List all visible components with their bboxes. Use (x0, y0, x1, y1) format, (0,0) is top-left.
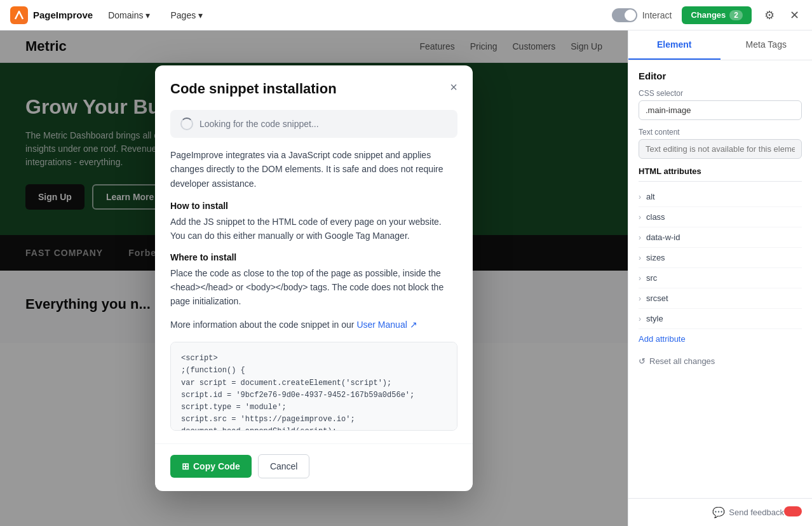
copy-code-button[interactable]: ⊞ Copy Code (170, 455, 252, 478)
domains-label: Domains (108, 10, 143, 20)
where-to-install-text: Place the code as close to the top of th… (170, 266, 457, 309)
attr-alt[interactable]: › alt (639, 187, 802, 207)
attr-srcset-chevron-icon: › (639, 294, 641, 303)
interact-toggle-switch[interactable] (612, 8, 637, 22)
html-attributes-title: HTML attributes (639, 166, 802, 182)
attr-sizes-chevron-icon: › (639, 253, 641, 262)
feedback-icon: 💬 (712, 506, 725, 518)
cancel-button[interactable]: Cancel (258, 454, 310, 478)
css-selector-label: CSS selector (639, 89, 802, 98)
code-line-3: var script = document.createElement('scr… (181, 377, 447, 389)
panel-tabs: Element Meta Tags (628, 30, 812, 60)
reset-all-changes-button[interactable]: ↺ Reset all changes (639, 356, 715, 366)
app-name: PageImprove (33, 10, 93, 20)
copy-code-label: Copy Code (193, 461, 240, 471)
svg-rect-0 (10, 6, 28, 24)
user-manual-prefix: More information about the code snippet … (170, 320, 355, 330)
attr-style-chevron-icon: › (639, 314, 641, 323)
interact-label: Interact (642, 10, 672, 20)
changes-label: Changes (691, 10, 726, 20)
attr-srcset-name: srcset (646, 293, 668, 303)
modal-footer: ⊞ Copy Code Cancel (155, 443, 473, 491)
attr-alt-name: alt (646, 192, 655, 201)
copy-icon: ⊞ (182, 461, 189, 471)
main-layout: Metric Features Pricing Customers Sign U… (0, 30, 812, 526)
send-feedback-button[interactable]: 💬 Send feedback (712, 506, 784, 518)
loading-text: Looking for the code snippet... (200, 119, 319, 129)
attr-sizes[interactable]: › sizes (639, 248, 802, 268)
loading-spinner (180, 118, 193, 130)
code-line-4: script.id = '9bcf2e76-9d0e-4937-9452-167… (181, 389, 447, 401)
pages-label: Pages (170, 10, 196, 20)
pages-menu[interactable]: Pages ▾ (165, 8, 208, 23)
attr-data-w-id-name: data-w-id (646, 233, 680, 242)
right-panel: Element Meta Tags Editor CSS selector Te… (628, 30, 812, 526)
close-icon[interactable]: ✕ (787, 6, 802, 25)
settings-icon[interactable]: ⚙ (762, 6, 777, 25)
changes-badge: 2 (729, 10, 743, 20)
code-line-2: ;(function() { (181, 365, 447, 377)
how-to-install-text: Add the JS snippet to the HTML code of e… (170, 215, 457, 243)
modal-header: Code snippet installation × (155, 65, 473, 97)
topbar: PageImprove Domains ▾ Pages ▾ Interact C… (0, 0, 812, 30)
css-selector-input[interactable] (639, 100, 802, 120)
modal-close-button[interactable]: × (450, 81, 457, 93)
feedback-label: Send feedback (729, 508, 784, 517)
add-attribute-button[interactable]: Add attribute (639, 329, 686, 349)
code-line-1: <script> (181, 353, 447, 365)
code-snippet-modal: Code snippet installation × Looking for … (155, 65, 473, 492)
attr-class-chevron-icon: › (639, 213, 641, 222)
modal-description: PageImprove integrates via a JavaScript … (170, 148, 457, 191)
loading-bar: Looking for the code snippet... (170, 110, 457, 138)
text-content-input (639, 139, 802, 159)
logo-area: PageImprove (10, 6, 93, 24)
attr-class-name: class (646, 212, 665, 222)
attr-data-w-id[interactable]: › data-w-id (639, 227, 802, 248)
how-to-install-heading: How to install (170, 201, 457, 211)
code-block[interactable]: <script> ;(function() { var script = doc… (170, 342, 457, 431)
tab-element[interactable]: Element (628, 30, 721, 60)
toggle-thumb (625, 10, 636, 21)
attr-data-w-id-chevron-icon: › (639, 233, 641, 242)
attr-class[interactable]: › class (639, 207, 802, 227)
attr-srcset[interactable]: › srcset (639, 288, 802, 309)
domains-chevron-icon: ▾ (145, 10, 150, 20)
user-manual-para: More information about the code snippet … (170, 318, 457, 332)
code-line-7: document.head.appendChild(script); (181, 426, 447, 431)
changes-button[interactable]: Changes 2 (682, 6, 752, 24)
panel-body: Editor CSS selector Text content HTML at… (628, 60, 812, 498)
interact-toggle-area: Interact (612, 8, 672, 22)
attr-alt-chevron-icon: › (639, 192, 641, 201)
user-manual-link[interactable]: User Manual ↗ (356, 320, 417, 330)
attr-src-chevron-icon: › (639, 274, 641, 283)
reset-label: Reset all changes (649, 356, 715, 366)
reset-icon: ↺ (639, 356, 646, 366)
code-line-6: script.src = 'https://pageimprove.io'; (181, 414, 447, 426)
editor-title: Editor (639, 71, 802, 81)
attr-style[interactable]: › style (639, 309, 802, 329)
panel-footer: 💬 Send feedback (628, 498, 812, 526)
attr-sizes-name: sizes (646, 253, 665, 262)
website-preview: Metric Features Pricing Customers Sign U… (0, 30, 628, 526)
attr-src[interactable]: › src (639, 268, 802, 288)
where-to-install-heading: Where to install (170, 252, 457, 262)
pageimprove-logo-icon (10, 6, 28, 24)
modal-body: Looking for the code snippet... PageImpr… (155, 97, 473, 444)
code-line-5: script.type = 'module'; (181, 401, 447, 414)
text-content-label: Text content (639, 128, 802, 137)
domains-menu[interactable]: Domains ▾ (103, 8, 155, 23)
modal-title: Code snippet installation (170, 81, 337, 97)
toggle-icon (784, 506, 802, 516)
attr-src-name: src (646, 273, 657, 283)
tab-meta-tags[interactable]: Meta Tags (721, 30, 813, 60)
modal-overlay: Code snippet installation × Looking for … (0, 30, 628, 526)
pages-chevron-icon: ▾ (198, 10, 203, 20)
attr-style-name: style (646, 314, 663, 323)
